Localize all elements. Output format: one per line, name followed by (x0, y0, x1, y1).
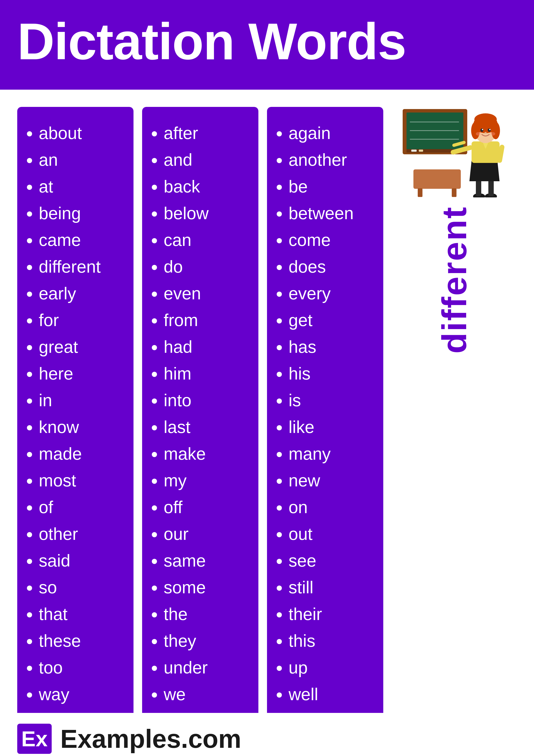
list-item: well (289, 681, 372, 708)
list-item: had (164, 334, 248, 360)
list-item: him (164, 360, 248, 387)
list-item: even (164, 280, 248, 307)
word-column-2: after and back below can do even from ha… (142, 107, 258, 747)
list-item: we (164, 681, 248, 708)
header-divider (0, 87, 534, 90)
list-item: like (289, 414, 372, 441)
footer: Ex Examples.com (0, 713, 534, 756)
list-item: between (289, 200, 372, 227)
list-item: still (289, 574, 372, 601)
list-item: way (39, 681, 123, 708)
svg-point-24 (491, 122, 500, 139)
list-item: this (289, 628, 372, 654)
footer-logo: Ex (17, 724, 52, 754)
list-item: so (39, 574, 123, 601)
list-item: made (39, 441, 123, 467)
list-item: same (164, 547, 248, 574)
list-item: from (164, 307, 248, 334)
teacher-svg (400, 107, 513, 198)
list-item: new (289, 467, 372, 494)
svg-point-32 (490, 132, 495, 136)
list-item: has (289, 334, 372, 360)
list-item: about (39, 120, 123, 147)
list-item: on (289, 494, 372, 521)
word-column-1: about an at being came different early f… (17, 107, 134, 747)
list-item: make (164, 441, 248, 467)
svg-rect-8 (414, 169, 461, 189)
teacher-illustration (400, 107, 508, 193)
list-item: does (289, 254, 372, 280)
list-item: the (164, 601, 248, 628)
svg-rect-7 (419, 149, 423, 152)
svg-point-27 (488, 128, 491, 132)
list-item: another (289, 147, 372, 173)
right-panel: different (392, 107, 517, 354)
list-item: some (164, 574, 248, 601)
list-item: get (289, 307, 372, 334)
list-item: here (39, 360, 123, 387)
list-item: his (289, 360, 372, 387)
list-item: last (164, 414, 248, 441)
header-section: Dictation Words (0, 0, 534, 87)
svg-point-31 (476, 132, 481, 136)
list-item: that (39, 601, 123, 628)
list-item: out (289, 521, 372, 547)
list-item: my (164, 467, 248, 494)
list-item: an (39, 147, 123, 173)
list-item: know (39, 414, 123, 441)
list-item: said (39, 547, 123, 574)
list-item: these (39, 628, 123, 654)
list-item: different (39, 254, 123, 280)
list-item: most (39, 467, 123, 494)
list-item: other (39, 521, 123, 547)
list-item: of (39, 494, 123, 521)
svg-point-29 (489, 129, 491, 130)
word-list-2: after and back below can do even from ha… (153, 120, 248, 735)
word-columns-wrapper: about an at being came different early f… (17, 107, 383, 747)
page-title: Dictation Words (17, 13, 517, 70)
list-item: great (39, 334, 123, 360)
svg-rect-13 (476, 180, 481, 196)
main-content: about an at being came different early f… (0, 90, 534, 756)
list-item: under (164, 654, 248, 681)
svg-rect-10 (452, 188, 456, 197)
list-item: back (164, 173, 248, 200)
list-item: again (289, 120, 372, 147)
svg-point-28 (482, 129, 483, 130)
word-list-1: about an at being came different early f… (28, 120, 123, 735)
word-list-3: again another be between come does every… (278, 120, 372, 735)
list-item: below (164, 200, 248, 227)
list-item: in (39, 387, 123, 414)
list-item: do (164, 254, 248, 280)
list-item: came (39, 227, 123, 254)
word-column-3: again another be between come does every… (267, 107, 383, 747)
list-item: early (39, 280, 123, 307)
list-item: they (164, 628, 248, 654)
svg-rect-6 (411, 149, 417, 152)
svg-point-26 (480, 128, 483, 132)
list-item: can (164, 227, 248, 254)
list-item: and (164, 147, 248, 173)
list-item: at (39, 173, 123, 200)
list-item: is (289, 387, 372, 414)
list-item: being (39, 200, 123, 227)
list-item: off (164, 494, 248, 521)
list-item: many (289, 441, 372, 467)
footer-logo-text: Ex (21, 726, 48, 751)
list-item: their (289, 601, 372, 628)
svg-point-30 (484, 132, 487, 134)
list-item: come (289, 227, 372, 254)
svg-point-25 (474, 113, 497, 125)
different-vertical-text: different (437, 206, 471, 354)
svg-point-23 (471, 122, 480, 139)
list-item: up (289, 654, 372, 681)
list-item: for (39, 307, 123, 334)
list-item: be (289, 173, 372, 200)
svg-rect-14 (488, 180, 494, 196)
list-item: too (39, 654, 123, 681)
footer-brand-name: Examples.com (60, 724, 241, 754)
svg-marker-15 (470, 161, 499, 181)
list-item: our (164, 521, 248, 547)
list-item: every (289, 280, 372, 307)
list-item: after (164, 120, 248, 147)
